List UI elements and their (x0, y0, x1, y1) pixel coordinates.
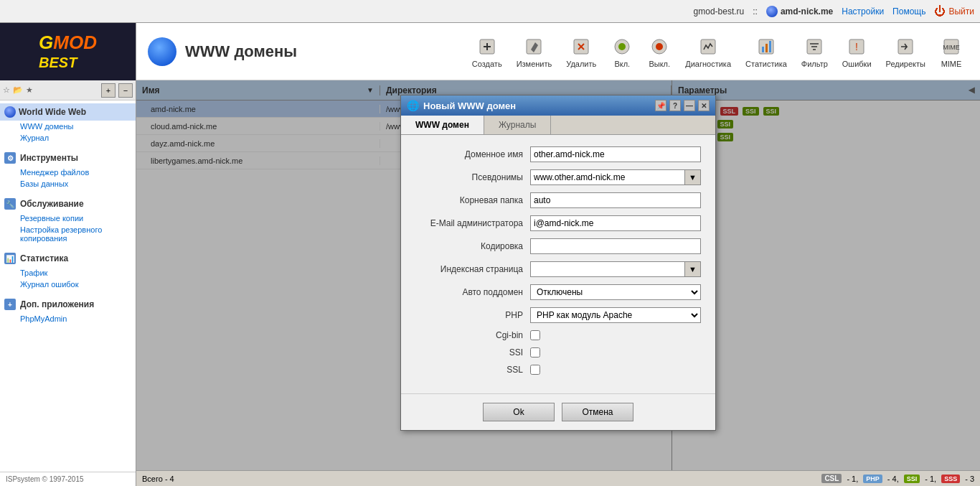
encoding-label: Кодировка (415, 241, 530, 251)
enable-button[interactable]: Вкл. (605, 32, 639, 71)
create-button[interactable]: Создать (466, 32, 508, 71)
edit-button[interactable]: Изменить (511, 32, 558, 71)
settings-link[interactable]: Настройки (842, 6, 884, 17)
mime-icon: MIME (940, 35, 963, 58)
sidebar-www-title: World Wide Web (19, 107, 86, 117)
status-php-badge: PHP (863, 475, 882, 483)
ssl-checkbox[interactable] (530, 365, 540, 375)
modal-tab-domain[interactable]: WWW домен (401, 116, 484, 134)
svg-point-10 (656, 43, 663, 50)
disable-icon (648, 35, 671, 58)
sidebar-section-tools: ⚙ Инструменты Менеджер файлов Базы данны… (0, 146, 136, 192)
cancel-button[interactable]: Отмена (562, 403, 633, 421)
enable-label: Вкл. (614, 60, 630, 68)
content-area: WWW домены Создать Изменить (136, 23, 980, 486)
svg-text:!: ! (855, 41, 858, 52)
sidebar-apps-title: Доп. приложения (20, 299, 94, 309)
stats-label: Статистика (745, 60, 787, 68)
top-bar: gmod-best.ru :: amd-nick.me Настройки По… (0, 0, 980, 23)
modal-tab-logs[interactable]: Журналы (484, 116, 551, 134)
domain-name-input[interactable] (530, 146, 701, 162)
site1-tab[interactable]: gmod-best.ru (694, 6, 745, 17)
sidebar-section-apps: + Доп. приложения PhpMyAdmin (0, 293, 136, 327)
sidebar-maintenance-title: Обслуживание (20, 199, 84, 209)
logout-anchor[interactable]: Выйти (948, 6, 974, 17)
sidebar-item-traffic[interactable]: Трафик (0, 267, 136, 279)
sidebar-logo: GMOD BEST (0, 23, 136, 80)
stats-button[interactable]: Статистика (740, 32, 793, 71)
sidebar-item-databases[interactable]: Базы данных (0, 178, 136, 190)
sidebar-item-phpmyadmin[interactable]: PhpMyAdmin (0, 313, 136, 324)
root-folder-input[interactable] (530, 192, 701, 208)
errors-icon: ! (845, 35, 868, 58)
diagnostics-button[interactable]: Диагностика (679, 32, 737, 71)
filter-button[interactable]: Фильтр (796, 32, 834, 71)
auto-subdomain-select[interactable]: Отключены Включены (530, 284, 701, 300)
sidebar-item-error-log[interactable]: Журнал ошибок (0, 279, 136, 290)
settings-anchor[interactable]: Настройки (842, 6, 884, 17)
modal-tabs: WWW домен Журналы (401, 116, 715, 135)
status-bar: Всего - 4 СSL - 1, PHP - 4, SSI - 1, SSS… (136, 470, 980, 486)
logo-g: G (39, 32, 53, 53)
root-folder-label: Корневая папка (415, 195, 530, 205)
svg-text:MIME: MIME (943, 44, 960, 51)
form-row-php: PHP PHP как модуль Apache FastCGI Отключ… (415, 307, 701, 323)
disable-label: Выкл. (649, 60, 670, 68)
form-row-autosubdomain: Авто поддомен Отключены Включены (415, 284, 701, 300)
errors-button[interactable]: ! Ошибки (837, 32, 877, 71)
email-input[interactable] (530, 215, 701, 231)
aliases-input-group: ▼ (530, 169, 701, 185)
sidebar-section-stats: 📊 Статистика Трафик Журнал ошибок (0, 247, 136, 293)
diagnostics-label: Диагностика (685, 60, 731, 68)
modal-close-button[interactable]: ✕ (698, 100, 710, 111)
php-select[interactable]: PHP как модуль Apache FastCGI Отключен (530, 307, 701, 323)
redirects-button[interactable]: Редиректы (880, 32, 931, 71)
aliases-input[interactable] (530, 169, 685, 185)
cgibin-label: Cgi-bin (415, 330, 530, 340)
ssi-checkbox[interactable] (530, 347, 540, 358)
sidebar-item-www-domains[interactable]: WWW домены (0, 121, 136, 132)
modal-titlebar-actions: 📌 ? — ✕ (655, 100, 710, 111)
sidebar-remove-button[interactable]: − (118, 83, 133, 98)
form-row-encoding: Кодировка (415, 238, 701, 254)
aliases-btn[interactable]: ▼ (685, 169, 701, 185)
form-row-aliases: Псевдонимы ▼ (415, 169, 701, 185)
modal-titlebar: 🌐 Новый WWW домен 📌 ? — ✕ (401, 95, 715, 116)
help-anchor[interactable]: Помощь (892, 6, 925, 17)
delete-label: Удалить (566, 60, 596, 68)
sidebar-item-www-log[interactable]: Журнал (0, 132, 136, 144)
indexpage-input-group: ▼ (530, 261, 701, 277)
mime-button[interactable]: MIME MIME (934, 32, 969, 71)
toolbar-buttons: Создать Изменить Удалить (466, 32, 969, 71)
disable-button[interactable]: Выкл. (642, 32, 677, 71)
content-body: Имя ▼ Директория amd-nick.me /www/amd-ni… (136, 80, 980, 470)
cgibin-checkbox[interactable] (530, 330, 540, 340)
content-header: WWW домены Создать Изменить (136, 23, 980, 80)
sidebar-section-www: World Wide Web WWW домены Журнал (0, 101, 136, 146)
modal-minimize-button[interactable]: — (684, 100, 695, 111)
svg-rect-11 (701, 39, 715, 54)
ok-button[interactable]: Ok (483, 403, 555, 421)
sidebar-toolbar: ☆ 📂 ★ + − (0, 80, 136, 101)
sidebar-www-header[interactable]: World Wide Web (0, 103, 136, 121)
delete-button[interactable]: Удалить (560, 32, 602, 71)
svg-rect-15 (769, 41, 771, 52)
redirects-icon (894, 35, 917, 58)
index-page-input[interactable] (530, 261, 685, 277)
modal-title: Новый WWW домен (423, 101, 516, 111)
sidebar-stats-header: 📊 Статистика (0, 250, 136, 267)
modal-help-button[interactable]: ? (669, 100, 681, 111)
modal-pin-button[interactable]: 📌 (655, 100, 666, 111)
sidebar-item-backups[interactable]: Резервные копии (0, 212, 136, 224)
encoding-input[interactable] (530, 238, 701, 254)
sidebar-add-button[interactable]: + (101, 83, 116, 98)
auto-subdomain-label: Авто поддомен (415, 287, 530, 297)
sidebar-section-maintenance: 🔧 Обслуживание Резервные копии Настройка… (0, 192, 136, 247)
help-link[interactable]: Помощь (892, 6, 925, 17)
site2-tab[interactable]: amd-nick.me (766, 6, 833, 17)
indexpage-btn[interactable]: ▼ (685, 261, 701, 277)
svg-rect-14 (765, 44, 768, 52)
logout-link[interactable]: ⏻ Выйти (934, 5, 974, 18)
sidebar-item-backup-settings[interactable]: Настройка резервного копирования (0, 224, 136, 244)
sidebar-item-filemanager[interactable]: Менеджер файлов (0, 167, 136, 178)
